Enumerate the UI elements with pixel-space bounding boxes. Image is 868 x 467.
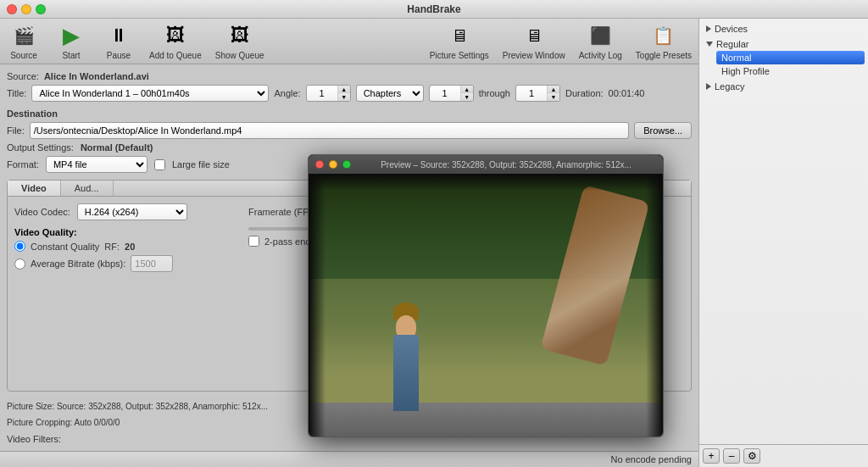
toggle-presets-toolbar-item[interactable]: 📋 Toggle Presets <box>636 22 692 60</box>
add-queue-toolbar-label: Add to Queue <box>149 51 202 60</box>
preview-scene <box>309 174 663 436</box>
devices-group-label: Devices <box>715 24 748 34</box>
angle-spinner-buttons: ▲ ▼ <box>337 86 350 101</box>
chapter-from-input[interactable] <box>430 86 460 101</box>
minimize-button[interactable] <box>21 4 31 14</box>
legacy-collapse-icon <box>706 83 711 90</box>
destination-header: Destination <box>7 108 692 119</box>
preset-settings-button[interactable]: ⚙ <box>743 448 760 464</box>
sidebar-footer: + – ⚙ <box>699 444 868 467</box>
close-button[interactable] <box>7 4 17 14</box>
pause-toolbar-item[interactable]: ⏸ Pause <box>102 22 136 60</box>
preview-window-toolbar-item[interactable]: 🖥 Preview Window <box>503 22 565 60</box>
chapter-through-input[interactable] <box>516 86 547 101</box>
avg-bitrate-row: Average Bitrate (kbps): <box>14 255 235 272</box>
source-toolbar-item[interactable]: 🎬 Source <box>7 22 41 60</box>
duration-label: Duration: <box>565 88 604 98</box>
preview-window-toolbar-label: Preview Window <box>503 51 565 60</box>
show-queue-toolbar-item[interactable]: 🖼 Show Queue <box>215 22 264 60</box>
scene-stone <box>309 403 663 436</box>
right-vignette <box>646 174 663 436</box>
preview-minimize-button[interactable] <box>329 160 337 169</box>
start-toolbar-item[interactable]: ▶ Start <box>54 22 88 60</box>
browse-button[interactable]: Browse... <box>634 122 692 139</box>
quality-title: Video Quality: <box>14 227 235 237</box>
regular-preset-items: Normal High Profile <box>703 51 865 78</box>
chapter-type-select[interactable]: Chapters <box>356 85 424 102</box>
angle-down-button[interactable]: ▼ <box>338 93 350 101</box>
chapter-from-up[interactable]: ▲ <box>461 86 473 93</box>
preset-normal[interactable]: Normal <box>716 51 865 64</box>
avg-bitrate-input[interactable] <box>131 255 173 272</box>
add-queue-icon: 🖼 <box>162 22 189 49</box>
output-settings-row: Output Settings: Normal (Default) <box>7 142 692 153</box>
preview-title-bar: Preview – Source: 352x288, Output: 352x2… <box>309 155 663 174</box>
right-sidebar: Devices Regular Normal High Profile Lega <box>698 19 868 467</box>
angle-up-button[interactable]: ▲ <box>338 86 350 93</box>
presets-legacy-group: Legacy <box>703 80 865 93</box>
preset-high-profile[interactable]: High Profile <box>716 64 865 78</box>
tab-video[interactable]: Video <box>8 181 61 196</box>
picture-settings-toolbar-label: Picture Settings <box>430 51 489 60</box>
presets-legacy-header[interactable]: Legacy <box>703 80 865 93</box>
add-to-queue-toolbar-item[interactable]: 🖼 Add to Queue <box>149 22 202 60</box>
preview-title-text: Preview – Source: 352x288, Output: 352x2… <box>356 160 656 170</box>
devices-collapse-icon <box>706 25 711 32</box>
figure-body <box>393 335 419 411</box>
file-path-input[interactable] <box>30 122 629 139</box>
presets-regular-header[interactable]: Regular <box>703 37 865 51</box>
output-profile: Normal (Default) <box>81 142 153 153</box>
codec-select[interactable]: H.264 (x264) <box>77 203 187 220</box>
avg-bitrate-label: Average Bitrate (kbps): <box>31 259 125 269</box>
large-file-checkbox[interactable] <box>154 159 165 170</box>
angle-input[interactable] <box>307 86 337 101</box>
maximize-button[interactable] <box>36 4 46 14</box>
preview-window-icon: 🖥 <box>520 22 548 49</box>
status-text: No encode pending <box>611 454 692 464</box>
duration-value: 00:01:40 <box>609 88 645 98</box>
regular-expand-icon <box>706 42 713 47</box>
source-icon: 🎬 <box>10 22 37 49</box>
quality-section: Video Quality: Constant Quality RF: 20 <box>14 227 235 272</box>
picture-settings-icon: 🖥 <box>446 22 473 49</box>
chapter-from-spinner[interactable]: ▲ ▼ <box>429 85 474 102</box>
file-path-row: File: Browse... <box>7 122 692 139</box>
twopass-checkbox[interactable] <box>248 236 259 247</box>
add-preset-button[interactable]: + <box>703 448 720 464</box>
activity-log-toolbar-item[interactable]: ⬛ Activity Log <box>579 22 622 60</box>
left-vignette <box>309 174 326 436</box>
through-label: through <box>479 88 510 98</box>
chapter-from-down[interactable]: ▼ <box>461 93 473 101</box>
video-filters-label: Video Filters: <box>7 434 61 444</box>
output-settings-label: Output Settings: <box>7 142 74 153</box>
top-vignette <box>309 174 663 191</box>
rf-value: 20 <box>125 242 135 252</box>
tab-audio[interactable]: Aud... <box>61 181 114 196</box>
chapter-through-spinner[interactable]: ▲ ▼ <box>515 85 560 102</box>
presets-devices-header[interactable]: Devices <box>703 22 865 36</box>
angle-spinner[interactable]: ▲ ▼ <box>306 85 351 102</box>
preview-image <box>309 174 663 436</box>
remove-preset-button[interactable]: – <box>723 448 740 464</box>
show-queue-toolbar-label: Show Queue <box>215 51 264 60</box>
picture-settings-toolbar-item[interactable]: 🖥 Picture Settings <box>430 22 489 60</box>
format-label: Format: <box>7 159 39 170</box>
chapter-through-down[interactable]: ▼ <box>548 93 559 101</box>
app-title: HandBrake <box>407 3 460 15</box>
window-controls <box>7 4 46 14</box>
source-filename: Alice In Wonderland.avi <box>44 71 149 81</box>
show-queue-icon: 🖼 <box>226 22 253 49</box>
preview-maximize-button[interactable] <box>342 160 351 169</box>
toggle-presets-icon: 📋 <box>650 22 677 49</box>
chapter-from-spinner-buttons: ▲ ▼ <box>460 86 473 101</box>
constant-quality-row: Constant Quality RF: 20 <box>14 241 235 252</box>
legacy-group-label: Legacy <box>715 81 744 92</box>
chapter-through-up[interactable]: ▲ <box>548 86 559 93</box>
codec-label: Video Codec: <box>14 207 70 217</box>
title-select[interactable]: Alice In Wonderland 1 – 00h01m40s <box>31 85 269 102</box>
preview-close-button[interactable] <box>315 160 324 169</box>
avg-bitrate-radio[interactable] <box>14 259 25 270</box>
format-select[interactable]: MP4 file <box>46 156 147 173</box>
angle-label: Angle: <box>274 88 300 98</box>
constant-quality-radio[interactable] <box>14 241 25 252</box>
